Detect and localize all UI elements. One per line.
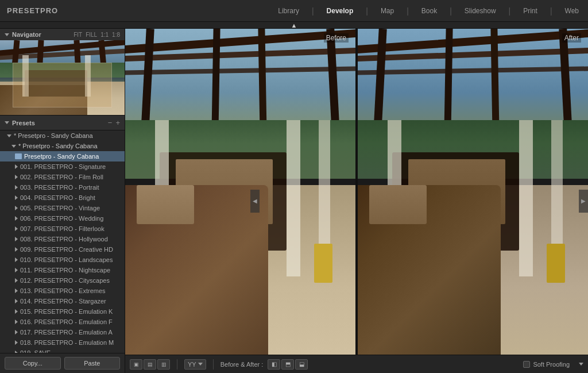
preset-item[interactable]: 001. PRESETPRO - Signature bbox=[0, 161, 125, 172]
navigator-header[interactable]: Navigator FIT FILL 1:1 1:8 bbox=[0, 29, 125, 40]
left-panel-toggle-arrow[interactable]: ◀ bbox=[250, 190, 260, 213]
navigator-view-options: FIT FILL 1:1 1:8 bbox=[74, 32, 120, 38]
paste-button[interactable]: Paste bbox=[64, 357, 121, 370]
soft-proofing-label: Soft Proofing bbox=[533, 361, 570, 368]
preset-item-active[interactable]: Presetpro - Sandy Cabana bbox=[0, 151, 125, 161]
nav-web[interactable]: Web bbox=[563, 6, 581, 16]
right-arrow-icon: ▶ bbox=[581, 198, 586, 204]
nav-fit-btn[interactable]: FIT bbox=[74, 32, 82, 38]
top-navigation: PRESETPRO Library | Develop | Map | Book… bbox=[0, 0, 588, 22]
preset-item-label: 002. PRESETPRO - Film Roll bbox=[20, 174, 103, 180]
nav-book[interactable]: Book bbox=[419, 6, 439, 16]
ba-split-icon: ⬓ bbox=[299, 361, 304, 367]
preset-item-arrow-icon bbox=[15, 237, 18, 241]
preset-items-list: 001. PRESETPRO - Signature002. PRESETPRO… bbox=[0, 161, 125, 353]
nav-sep-3: | bbox=[407, 6, 409, 16]
preset-item-arrow-icon bbox=[15, 257, 18, 262]
ba-side-by-side-btn[interactable]: ◧ bbox=[268, 359, 280, 370]
preset-item[interactable]: 002. PRESETPRO - Film Roll bbox=[0, 172, 125, 182]
toolbar-expand-btn[interactable] bbox=[579, 363, 583, 366]
preset-item[interactable]: 014. PRESETPRO - Stargazer bbox=[0, 296, 125, 306]
preset-item-arrow-icon bbox=[15, 195, 18, 200]
preset-item[interactable]: 006. PRESETPRO - Wedding bbox=[0, 213, 125, 224]
nav-sep-2: | bbox=[366, 6, 368, 16]
preset-item[interactable]: 008. PRESETPRO - Hollywood bbox=[0, 234, 125, 244]
preset-item[interactable]: 003. PRESETPRO - Portrait bbox=[0, 182, 125, 193]
preset-item-label: 018. PRESETPRO - Emulation M bbox=[20, 339, 114, 346]
yy-dropdown-icon bbox=[198, 363, 203, 366]
preset-item[interactable]: 013. PRESETPRO - Extremes bbox=[0, 286, 125, 296]
top-panel-collapse-arrow[interactable]: ▲ bbox=[0, 22, 588, 29]
preset-item[interactable]: 007. PRESETPRO - Filterlook bbox=[0, 224, 125, 234]
view-compare-icon: ▥ bbox=[161, 362, 167, 367]
center-content: ◀ Before bbox=[125, 29, 588, 373]
preset-item[interactable]: 004. PRESETPRO - Bright bbox=[0, 193, 125, 203]
preset-item-arrow-icon bbox=[15, 216, 18, 221]
navigator-thumbnail bbox=[0, 40, 125, 115]
after-panel: After bbox=[358, 29, 588, 355]
preset-item[interactable]: 016. PRESETPRO - Emulation F bbox=[0, 317, 125, 327]
view-single-btn[interactable]: ▣ bbox=[130, 359, 142, 370]
navigator-section: Navigator FIT FILL 1:1 1:8 bbox=[0, 29, 125, 116]
preset-item[interactable]: 019. SAVE bbox=[0, 348, 125, 353]
nav-1to8-btn[interactable]: 1:8 bbox=[112, 32, 120, 38]
nav-slideshow[interactable]: Slideshow bbox=[462, 6, 498, 16]
preset-item-arrow-icon bbox=[15, 340, 18, 345]
yy-dropdown[interactable]: YY bbox=[184, 359, 206, 370]
after-label: After bbox=[562, 33, 581, 43]
view-single-icon: ▣ bbox=[134, 362, 139, 367]
app-logo: PRESETPRO bbox=[7, 6, 58, 15]
preset-item-arrow-icon bbox=[15, 289, 18, 293]
preset-item[interactable]: 015. PRESETPRO - Emulation K bbox=[0, 306, 125, 317]
nav-map[interactable]: Map bbox=[378, 6, 396, 16]
toolbar-sep-1 bbox=[177, 359, 177, 370]
preset-item[interactable]: 010. PRESETPRO - Landscapes bbox=[0, 255, 125, 265]
right-panel-toggle-arrow[interactable]: ▶ bbox=[579, 190, 588, 213]
nav-sep-5: | bbox=[509, 6, 511, 16]
ba-split-btn[interactable]: ⬓ bbox=[295, 359, 308, 370]
preset-item-label: 010. PRESETPRO - Landscapes bbox=[20, 256, 113, 263]
preset-item[interactable]: 017. PRESETPRO - Emulation A bbox=[0, 327, 125, 337]
before-after-buttons: ◧ ⬒ ⬓ bbox=[268, 359, 308, 370]
preset-active-icon bbox=[15, 153, 22, 159]
nav-1to1-btn[interactable]: 1:1 bbox=[100, 32, 109, 38]
preset-item[interactable]: 012. PRESETPRO - Cityscapes bbox=[0, 275, 125, 286]
presets-minus-btn[interactable]: − bbox=[108, 118, 113, 127]
preset-item[interactable]: 009. PRESETPRO - Creative HD bbox=[0, 244, 125, 255]
preset-item-label: 007. PRESETPRO - Filterlook bbox=[20, 225, 105, 232]
copy-button[interactable]: Copy... bbox=[5, 357, 61, 370]
preset-item-label: 008. PRESETPRO - Hollywood bbox=[20, 236, 108, 243]
nav-print[interactable]: Print bbox=[521, 6, 540, 16]
view-compare-btn[interactable]: ▥ bbox=[157, 359, 170, 370]
bottom-toolbar: ▣ ▤ ▥ YY Before & After : ◧ bbox=[125, 355, 588, 373]
main-layout: Navigator FIT FILL 1:1 1:8 bbox=[0, 29, 588, 373]
navigator-highlight-box bbox=[13, 63, 113, 107]
nav-develop[interactable]: Develop bbox=[324, 6, 356, 16]
nav-fill-btn[interactable]: FILL bbox=[86, 32, 97, 38]
toolbar-expand-icon bbox=[579, 363, 583, 366]
preset-item-label: 015. PRESETPRO - Emulation K bbox=[20, 308, 113, 315]
soft-proofing-checkbox[interactable] bbox=[523, 361, 530, 368]
preset-item[interactable]: 011. PRESETPRO - Nightscape bbox=[0, 265, 125, 275]
nav-library[interactable]: Library bbox=[276, 6, 301, 16]
presets-plus-btn[interactable]: + bbox=[115, 118, 120, 127]
view-grid-btn[interactable]: ▤ bbox=[144, 359, 156, 370]
preset-item-label: 013. PRESETPRO - Extremes bbox=[20, 287, 106, 294]
ba-side-icon: ◧ bbox=[272, 361, 277, 367]
preset-group-sandy-cabana[interactable]: * Presetpro - Sandy Cabana bbox=[0, 130, 125, 141]
preset-item[interactable]: 005. PRESETPRO - Vintage bbox=[0, 203, 125, 213]
before-label: Before bbox=[324, 33, 349, 43]
preset-active-label: Presetpro - Sandy Cabana bbox=[24, 153, 99, 160]
preset-item-arrow-icon bbox=[15, 299, 18, 303]
preset-item-arrow-icon bbox=[15, 206, 18, 210]
soft-proofing-area: Soft Proofing bbox=[523, 361, 570, 368]
preset-item-label: 012. PRESETPRO - Cityscapes bbox=[20, 277, 110, 284]
preset-item-arrow-icon bbox=[15, 175, 18, 179]
ba-top-bottom-btn[interactable]: ⬒ bbox=[281, 359, 294, 370]
preset-item-arrow-icon bbox=[15, 164, 18, 169]
group-expand-icon bbox=[7, 134, 11, 137]
preset-subgroup-sandy-cabana[interactable]: * Presetpro - Sandy Cabana bbox=[0, 141, 125, 151]
preset-item-label: 004. PRESETPRO - Bright bbox=[20, 194, 95, 201]
presets-header[interactable]: Presets − + bbox=[0, 116, 125, 130]
preset-item[interactable]: 018. PRESETPRO - Emulation M bbox=[0, 337, 125, 348]
